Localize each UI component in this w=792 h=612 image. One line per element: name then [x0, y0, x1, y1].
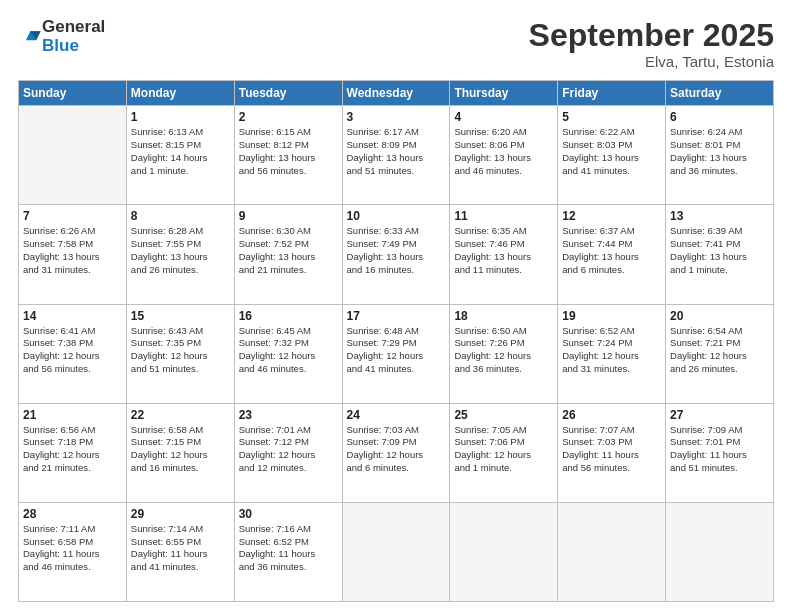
day-number: 23: [239, 408, 338, 422]
day-number: 4: [454, 110, 553, 124]
calendar-day-cell: 15Sunrise: 6:43 AM Sunset: 7:35 PM Dayli…: [126, 304, 234, 403]
day-number: 7: [23, 209, 122, 223]
day-info: Sunrise: 7:09 AM Sunset: 7:01 PM Dayligh…: [670, 424, 769, 475]
calendar-day-cell: 20Sunrise: 6:54 AM Sunset: 7:21 PM Dayli…: [666, 304, 774, 403]
day-number: 22: [131, 408, 230, 422]
day-info: Sunrise: 6:54 AM Sunset: 7:21 PM Dayligh…: [670, 325, 769, 376]
logo-general-text: General: [42, 18, 105, 37]
logo-blue-text: Blue: [42, 37, 105, 56]
day-number: 15: [131, 309, 230, 323]
logo-icon: [20, 24, 42, 46]
day-number: 27: [670, 408, 769, 422]
col-wednesday: Wednesday: [342, 81, 450, 106]
calendar-day-cell: 1Sunrise: 6:13 AM Sunset: 8:15 PM Daylig…: [126, 106, 234, 205]
calendar-day-cell: 2Sunrise: 6:15 AM Sunset: 8:12 PM Daylig…: [234, 106, 342, 205]
day-number: 13: [670, 209, 769, 223]
calendar-day-cell: 24Sunrise: 7:03 AM Sunset: 7:09 PM Dayli…: [342, 403, 450, 502]
day-number: 9: [239, 209, 338, 223]
col-thursday: Thursday: [450, 81, 558, 106]
day-number: 29: [131, 507, 230, 521]
calendar-day-cell: 11Sunrise: 6:35 AM Sunset: 7:46 PM Dayli…: [450, 205, 558, 304]
calendar-day-cell: [666, 502, 774, 601]
calendar-day-cell: [558, 502, 666, 601]
day-number: 6: [670, 110, 769, 124]
title-block: September 2025 Elva, Tartu, Estonia: [529, 18, 774, 70]
page-header: General Blue September 2025 Elva, Tartu,…: [18, 18, 774, 70]
day-number: 10: [347, 209, 446, 223]
day-number: 3: [347, 110, 446, 124]
day-info: Sunrise: 6:13 AM Sunset: 8:15 PM Dayligh…: [131, 126, 230, 177]
day-info: Sunrise: 7:05 AM Sunset: 7:06 PM Dayligh…: [454, 424, 553, 475]
calendar-table: Sunday Monday Tuesday Wednesday Thursday…: [18, 80, 774, 602]
calendar-week-row: 14Sunrise: 6:41 AM Sunset: 7:38 PM Dayli…: [19, 304, 774, 403]
day-info: Sunrise: 6:45 AM Sunset: 7:32 PM Dayligh…: [239, 325, 338, 376]
calendar-day-cell: 13Sunrise: 6:39 AM Sunset: 7:41 PM Dayli…: [666, 205, 774, 304]
col-saturday: Saturday: [666, 81, 774, 106]
calendar-day-cell: 8Sunrise: 6:28 AM Sunset: 7:55 PM Daylig…: [126, 205, 234, 304]
day-info: Sunrise: 6:24 AM Sunset: 8:01 PM Dayligh…: [670, 126, 769, 177]
calendar-day-cell: 9Sunrise: 6:30 AM Sunset: 7:52 PM Daylig…: [234, 205, 342, 304]
day-info: Sunrise: 6:39 AM Sunset: 7:41 PM Dayligh…: [670, 225, 769, 276]
day-number: 21: [23, 408, 122, 422]
calendar-header-row: Sunday Monday Tuesday Wednesday Thursday…: [19, 81, 774, 106]
calendar-day-cell: 29Sunrise: 7:14 AM Sunset: 6:55 PM Dayli…: [126, 502, 234, 601]
calendar-day-cell: 22Sunrise: 6:58 AM Sunset: 7:15 PM Dayli…: [126, 403, 234, 502]
calendar-day-cell: 10Sunrise: 6:33 AM Sunset: 7:49 PM Dayli…: [342, 205, 450, 304]
calendar-day-cell: [19, 106, 127, 205]
day-info: Sunrise: 6:15 AM Sunset: 8:12 PM Dayligh…: [239, 126, 338, 177]
day-number: 5: [562, 110, 661, 124]
day-info: Sunrise: 6:43 AM Sunset: 7:35 PM Dayligh…: [131, 325, 230, 376]
day-info: Sunrise: 6:28 AM Sunset: 7:55 PM Dayligh…: [131, 225, 230, 276]
calendar-day-cell: 5Sunrise: 6:22 AM Sunset: 8:03 PM Daylig…: [558, 106, 666, 205]
day-info: Sunrise: 6:52 AM Sunset: 7:24 PM Dayligh…: [562, 325, 661, 376]
day-info: Sunrise: 7:07 AM Sunset: 7:03 PM Dayligh…: [562, 424, 661, 475]
day-info: Sunrise: 7:14 AM Sunset: 6:55 PM Dayligh…: [131, 523, 230, 574]
calendar-day-cell: 6Sunrise: 6:24 AM Sunset: 8:01 PM Daylig…: [666, 106, 774, 205]
calendar-day-cell: 16Sunrise: 6:45 AM Sunset: 7:32 PM Dayli…: [234, 304, 342, 403]
day-info: Sunrise: 6:48 AM Sunset: 7:29 PM Dayligh…: [347, 325, 446, 376]
calendar-day-cell: 3Sunrise: 6:17 AM Sunset: 8:09 PM Daylig…: [342, 106, 450, 205]
calendar-day-cell: 17Sunrise: 6:48 AM Sunset: 7:29 PM Dayli…: [342, 304, 450, 403]
calendar-location: Elva, Tartu, Estonia: [529, 53, 774, 70]
logo: General Blue: [18, 18, 105, 55]
day-number: 1: [131, 110, 230, 124]
calendar-week-row: 7Sunrise: 6:26 AM Sunset: 7:58 PM Daylig…: [19, 205, 774, 304]
calendar-day-cell: 26Sunrise: 7:07 AM Sunset: 7:03 PM Dayli…: [558, 403, 666, 502]
day-info: Sunrise: 6:50 AM Sunset: 7:26 PM Dayligh…: [454, 325, 553, 376]
col-friday: Friday: [558, 81, 666, 106]
day-number: 2: [239, 110, 338, 124]
calendar-day-cell: [342, 502, 450, 601]
day-number: 20: [670, 309, 769, 323]
calendar-day-cell: 19Sunrise: 6:52 AM Sunset: 7:24 PM Dayli…: [558, 304, 666, 403]
day-info: Sunrise: 6:20 AM Sunset: 8:06 PM Dayligh…: [454, 126, 553, 177]
day-info: Sunrise: 6:26 AM Sunset: 7:58 PM Dayligh…: [23, 225, 122, 276]
calendar-day-cell: 4Sunrise: 6:20 AM Sunset: 8:06 PM Daylig…: [450, 106, 558, 205]
calendar-week-row: 21Sunrise: 6:56 AM Sunset: 7:18 PM Dayli…: [19, 403, 774, 502]
calendar-day-cell: 14Sunrise: 6:41 AM Sunset: 7:38 PM Dayli…: [19, 304, 127, 403]
calendar-day-cell: 25Sunrise: 7:05 AM Sunset: 7:06 PM Dayli…: [450, 403, 558, 502]
calendar-day-cell: [450, 502, 558, 601]
calendar-day-cell: 12Sunrise: 6:37 AM Sunset: 7:44 PM Dayli…: [558, 205, 666, 304]
day-number: 19: [562, 309, 661, 323]
day-info: Sunrise: 6:22 AM Sunset: 8:03 PM Dayligh…: [562, 126, 661, 177]
day-number: 28: [23, 507, 122, 521]
day-number: 16: [239, 309, 338, 323]
day-number: 24: [347, 408, 446, 422]
day-info: Sunrise: 6:35 AM Sunset: 7:46 PM Dayligh…: [454, 225, 553, 276]
day-info: Sunrise: 6:30 AM Sunset: 7:52 PM Dayligh…: [239, 225, 338, 276]
day-info: Sunrise: 6:41 AM Sunset: 7:38 PM Dayligh…: [23, 325, 122, 376]
calendar-day-cell: 23Sunrise: 7:01 AM Sunset: 7:12 PM Dayli…: [234, 403, 342, 502]
day-info: Sunrise: 6:33 AM Sunset: 7:49 PM Dayligh…: [347, 225, 446, 276]
day-number: 18: [454, 309, 553, 323]
day-info: Sunrise: 6:17 AM Sunset: 8:09 PM Dayligh…: [347, 126, 446, 177]
calendar-title: September 2025: [529, 18, 774, 53]
day-number: 11: [454, 209, 553, 223]
day-number: 30: [239, 507, 338, 521]
calendar-week-row: 1Sunrise: 6:13 AM Sunset: 8:15 PM Daylig…: [19, 106, 774, 205]
day-number: 26: [562, 408, 661, 422]
calendar-day-cell: 21Sunrise: 6:56 AM Sunset: 7:18 PM Dayli…: [19, 403, 127, 502]
day-number: 12: [562, 209, 661, 223]
col-sunday: Sunday: [19, 81, 127, 106]
day-number: 25: [454, 408, 553, 422]
day-info: Sunrise: 7:16 AM Sunset: 6:52 PM Dayligh…: [239, 523, 338, 574]
